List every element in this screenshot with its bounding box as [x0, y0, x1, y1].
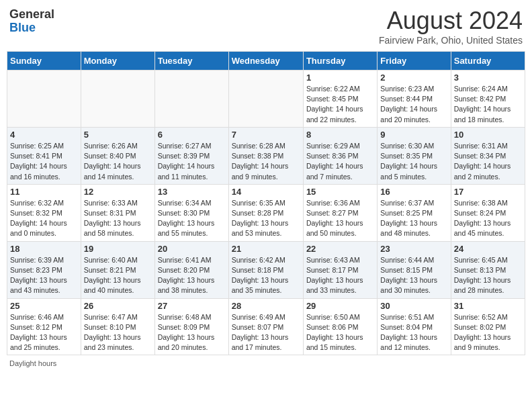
- calendar-cell: 3Sunrise: 6:24 AMSunset: 8:42 PMDaylight…: [451, 71, 525, 128]
- day-number: 25: [10, 301, 78, 311]
- calendar-cell: 24Sunrise: 6:45 AMSunset: 8:13 PMDayligh…: [451, 241, 525, 298]
- page-header: General Blue August 2024 Fairview Park, …: [7, 7, 525, 46]
- day-number: 3: [454, 73, 522, 83]
- day-detail: Sunrise: 6:27 AMSunset: 8:39 PMDaylight:…: [158, 141, 226, 182]
- day-number: 1: [306, 73, 374, 83]
- day-of-week-friday: Friday: [378, 52, 451, 71]
- day-number: 29: [306, 301, 374, 311]
- day-of-week-wednesday: Wednesday: [228, 52, 303, 71]
- day-number: 20: [158, 244, 226, 254]
- day-detail: Sunrise: 6:44 AMSunset: 8:15 PMDaylight:…: [380, 255, 447, 296]
- calendar-cell: 11Sunrise: 6:32 AMSunset: 8:32 PMDayligh…: [7, 184, 81, 241]
- calendar-cell: 21Sunrise: 6:42 AMSunset: 8:18 PMDayligh…: [228, 241, 303, 298]
- day-of-week-thursday: Thursday: [303, 52, 377, 71]
- day-number: 27: [158, 301, 226, 311]
- day-number: 22: [306, 244, 374, 254]
- day-number: 16: [380, 187, 447, 197]
- calendar-cell: 25Sunrise: 6:46 AMSunset: 8:12 PMDayligh…: [7, 298, 81, 355]
- calendar-cell: 12Sunrise: 6:33 AMSunset: 8:31 PMDayligh…: [81, 184, 154, 241]
- calendar-cell: 27Sunrise: 6:48 AMSunset: 8:09 PMDayligh…: [154, 298, 228, 355]
- calendar-cell: 29Sunrise: 6:50 AMSunset: 8:06 PMDayligh…: [303, 298, 377, 355]
- location: Fairview Park, Ohio, United States: [379, 35, 523, 46]
- logo: General Blue: [9, 7, 54, 35]
- day-detail: Sunrise: 6:46 AMSunset: 8:12 PMDaylight:…: [10, 312, 78, 353]
- day-number: 11: [10, 187, 78, 197]
- day-detail: Sunrise: 6:52 AMSunset: 8:02 PMDaylight:…: [454, 312, 522, 353]
- calendar-week-1: 1Sunrise: 6:22 AMSunset: 8:45 PMDaylight…: [7, 71, 525, 128]
- day-detail: Sunrise: 6:23 AMSunset: 8:44 PMDaylight:…: [380, 84, 447, 125]
- calendar-cell: 9Sunrise: 6:30 AMSunset: 8:35 PMDaylight…: [378, 127, 451, 184]
- day-number: 21: [232, 244, 300, 254]
- calendar-cell: 22Sunrise: 6:43 AMSunset: 8:17 PMDayligh…: [303, 241, 377, 298]
- calendar-cell: 6Sunrise: 6:27 AMSunset: 8:39 PMDaylight…: [154, 127, 228, 184]
- month-title: August 2024: [379, 7, 523, 35]
- day-number: 8: [306, 130, 374, 140]
- calendar-cell: 16Sunrise: 6:37 AMSunset: 8:25 PMDayligh…: [378, 184, 451, 241]
- day-detail: Sunrise: 6:35 AMSunset: 8:28 PMDaylight:…: [232, 198, 300, 239]
- calendar-cell: 20Sunrise: 6:41 AMSunset: 8:20 PMDayligh…: [154, 241, 228, 298]
- day-number: 18: [10, 244, 78, 254]
- day-detail: Sunrise: 6:26 AMSunset: 8:40 PMDaylight:…: [84, 141, 152, 182]
- day-detail: Sunrise: 6:28 AMSunset: 8:38 PMDaylight:…: [232, 141, 300, 182]
- calendar-cell: 17Sunrise: 6:38 AMSunset: 8:24 PMDayligh…: [451, 184, 525, 241]
- calendar-cell: [7, 71, 81, 128]
- calendar-cell: 7Sunrise: 6:28 AMSunset: 8:38 PMDaylight…: [228, 127, 303, 184]
- day-detail: Sunrise: 6:39 AMSunset: 8:23 PMDaylight:…: [10, 255, 78, 296]
- day-detail: Sunrise: 6:36 AMSunset: 8:27 PMDaylight:…: [306, 198, 374, 239]
- day-detail: Sunrise: 6:29 AMSunset: 8:36 PMDaylight:…: [306, 141, 374, 182]
- day-detail: Sunrise: 6:43 AMSunset: 8:17 PMDaylight:…: [306, 255, 374, 296]
- calendar-cell: 4Sunrise: 6:25 AMSunset: 8:41 PMDaylight…: [7, 127, 81, 184]
- calendar-cell: [154, 71, 228, 128]
- calendar-cell: 1Sunrise: 6:22 AMSunset: 8:45 PMDaylight…: [303, 71, 377, 128]
- day-detail: Sunrise: 6:51 AMSunset: 8:04 PMDaylight:…: [380, 312, 447, 353]
- day-detail: Sunrise: 6:33 AMSunset: 8:31 PMDaylight:…: [84, 198, 152, 239]
- calendar-week-2: 4Sunrise: 6:25 AMSunset: 8:41 PMDaylight…: [7, 127, 525, 184]
- day-of-week-sunday: Sunday: [7, 52, 81, 71]
- day-number: 10: [454, 130, 522, 140]
- day-number: 6: [158, 130, 226, 140]
- calendar-cell: [81, 71, 154, 128]
- title-block: August 2024 Fairview Park, Ohio, United …: [379, 7, 523, 46]
- logo-general-text: General: [9, 8, 54, 21]
- day-detail: Sunrise: 6:38 AMSunset: 8:24 PMDaylight:…: [454, 198, 522, 239]
- day-number: 28: [232, 301, 300, 311]
- calendar-table: SundayMondayTuesdayWednesdayThursdayFrid…: [7, 51, 525, 355]
- day-number: 7: [232, 130, 300, 140]
- day-number: 2: [380, 73, 447, 83]
- day-number: 12: [84, 187, 152, 197]
- day-number: 5: [84, 130, 152, 140]
- day-detail: Sunrise: 6:40 AMSunset: 8:21 PMDaylight:…: [84, 255, 152, 296]
- day-number: 15: [306, 187, 374, 197]
- day-number: 19: [84, 244, 152, 254]
- day-of-week-saturday: Saturday: [451, 52, 525, 71]
- calendar-week-4: 18Sunrise: 6:39 AMSunset: 8:23 PMDayligh…: [7, 241, 525, 298]
- day-detail: Sunrise: 6:45 AMSunset: 8:13 PMDaylight:…: [454, 255, 522, 296]
- day-detail: Sunrise: 6:31 AMSunset: 8:34 PMDaylight:…: [454, 141, 522, 182]
- calendar-header-row: SundayMondayTuesdayWednesdayThursdayFrid…: [7, 52, 525, 71]
- day-detail: Sunrise: 6:32 AMSunset: 8:32 PMDaylight:…: [10, 198, 78, 239]
- day-of-week-monday: Monday: [81, 52, 154, 71]
- day-detail: Sunrise: 6:25 AMSunset: 8:41 PMDaylight:…: [10, 141, 78, 182]
- day-detail: Sunrise: 6:47 AMSunset: 8:10 PMDaylight:…: [84, 312, 152, 353]
- day-number: 4: [10, 130, 78, 140]
- day-detail: Sunrise: 6:24 AMSunset: 8:42 PMDaylight:…: [454, 84, 522, 125]
- calendar-cell: 23Sunrise: 6:44 AMSunset: 8:15 PMDayligh…: [378, 241, 451, 298]
- calendar-cell: 30Sunrise: 6:51 AMSunset: 8:04 PMDayligh…: [378, 298, 451, 355]
- day-number: 17: [454, 187, 522, 197]
- day-detail: Sunrise: 6:41 AMSunset: 8:20 PMDaylight:…: [158, 255, 226, 296]
- calendar-week-5: 25Sunrise: 6:46 AMSunset: 8:12 PMDayligh…: [7, 298, 525, 355]
- day-number: 31: [454, 301, 522, 311]
- calendar-cell: 31Sunrise: 6:52 AMSunset: 8:02 PMDayligh…: [451, 298, 525, 355]
- day-number: 9: [380, 130, 447, 140]
- day-number: 24: [454, 244, 522, 254]
- calendar-cell: 19Sunrise: 6:40 AMSunset: 8:21 PMDayligh…: [81, 241, 154, 298]
- calendar-cell: 18Sunrise: 6:39 AMSunset: 8:23 PMDayligh…: [7, 241, 81, 298]
- day-detail: Sunrise: 6:48 AMSunset: 8:09 PMDaylight:…: [158, 312, 226, 353]
- day-number: 30: [380, 301, 447, 311]
- calendar-week-3: 11Sunrise: 6:32 AMSunset: 8:32 PMDayligh…: [7, 184, 525, 241]
- calendar-cell: 15Sunrise: 6:36 AMSunset: 8:27 PMDayligh…: [303, 184, 377, 241]
- footer-text: Daylight hours: [9, 359, 56, 367]
- calendar-cell: 26Sunrise: 6:47 AMSunset: 8:10 PMDayligh…: [81, 298, 154, 355]
- calendar-cell: 2Sunrise: 6:23 AMSunset: 8:44 PMDaylight…: [378, 71, 451, 128]
- calendar-cell: 8Sunrise: 6:29 AMSunset: 8:36 PMDaylight…: [303, 127, 377, 184]
